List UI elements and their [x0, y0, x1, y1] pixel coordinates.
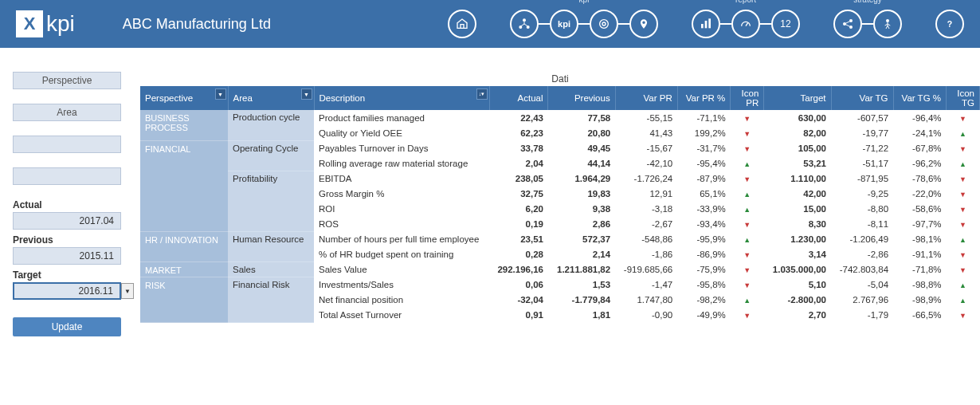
trend-down-icon: ▼: [959, 221, 966, 229]
pin-icon[interactable]: [629, 10, 658, 38]
period-value[interactable]: 2015.11: [13, 247, 121, 265]
th-description[interactable]: Description↓▾: [314, 86, 489, 110]
cell-icon-pr: ▼: [731, 171, 764, 186]
period-value[interactable]: 2017.04: [13, 212, 121, 230]
th-perspective[interactable]: Perspective▼: [140, 86, 228, 110]
chart-bar-icon[interactable]: [692, 10, 720, 38]
update-button[interactable]: Update: [13, 317, 121, 336]
cell-icon-tg: ▼: [947, 110, 980, 125]
cell-var-pr-pct: 199,2%: [677, 125, 731, 140]
cell-var-pr-pct: -95,8%: [677, 277, 731, 292]
cell-var-pr: -3,18: [615, 201, 677, 216]
cell-previous: 2,86: [548, 216, 615, 231]
kpi-icon[interactable]: kpi: [550, 10, 578, 38]
person-icon[interactable]: [873, 10, 902, 38]
cell-area: Operating Cycle: [228, 140, 314, 171]
cell-actual: 23,51: [489, 231, 548, 246]
th-icon-pr[interactable]: Icon PR: [731, 86, 764, 110]
svg-point-4: [602, 22, 606, 26]
cell-description: % of HR budget spent on training: [314, 246, 489, 261]
cell-var-tg-pct: -91,1%: [893, 246, 946, 261]
cell-var-pr: 41,43: [615, 125, 677, 140]
period-value[interactable]: 2016.11▼: [13, 282, 121, 300]
th-var-pr-pct[interactable]: Var PR %: [677, 86, 731, 110]
cell-actual: 33,78: [489, 140, 548, 155]
cell-description: Quality or Yield OEE: [314, 125, 489, 140]
filter-dropdown-icon[interactable]: ▼: [301, 88, 312, 100]
svg-text:?: ?: [947, 19, 952, 29]
cell-var-tg-pct: -98,8%: [893, 277, 946, 292]
th-var-tg[interactable]: Var TG: [831, 86, 893, 110]
cell-actual: 32,75: [489, 186, 548, 201]
cell-previous: -1.779,84: [548, 292, 615, 307]
cell-var-tg-pct: -98,9%: [893, 292, 946, 307]
cell-icon-tg: ▼: [947, 171, 980, 186]
hierarchy-icon[interactable]: [510, 10, 539, 38]
cell-icon-pr: ▼: [731, 140, 764, 155]
nav-group-kpi: kpi kpi: [510, 10, 658, 38]
th-previous[interactable]: Previous: [548, 86, 615, 110]
table-row: ProfitabilityEBITDA238,051.964,29-1.726,…: [140, 171, 980, 186]
gauge-icon[interactable]: [731, 10, 760, 38]
cell-var-tg: -5,04: [831, 277, 893, 292]
help-icon[interactable]: ?: [935, 10, 964, 38]
calendar-icon[interactable]: 12: [771, 10, 800, 38]
cell-previous: 77,58: [548, 110, 615, 125]
cell-var-tg: -51,17: [831, 155, 893, 171]
th-area[interactable]: Area▼: [228, 86, 314, 110]
cell-icon-pr: ▲: [731, 201, 764, 216]
cell-previous: 20,80: [548, 125, 615, 140]
filter-sidebar: PerspectiveArea Actual2017.04Previous201…: [0, 72, 135, 336]
trend-down-icon: ▼: [959, 191, 966, 199]
trend-down-icon: ▼: [743, 115, 751, 123]
cell-var-pr-pct: -86,9%: [677, 246, 731, 261]
cell-var-tg-pct: -96,2%: [893, 155, 946, 171]
cell-icon-pr: ▲: [731, 231, 764, 246]
cell-previous: 1.964,29: [548, 171, 615, 186]
sort-dropdown-icon[interactable]: ↓▾: [476, 88, 488, 100]
cell-var-pr-pct: -87,9%: [677, 171, 731, 186]
filter-dropdown-icon[interactable]: ▼: [215, 88, 226, 100]
cell-description: Total Asset Turnover: [314, 307, 489, 322]
cell-target: 1.230,00: [764, 231, 831, 246]
filter-box[interactable]: Area: [13, 104, 121, 121]
trend-down-icon: ▼: [743, 281, 751, 289]
filter-box[interactable]: [13, 167, 121, 185]
cell-area: Human Resource: [228, 231, 314, 261]
svg-point-9: [849, 19, 853, 22]
cell-area: Production cycle: [228, 110, 314, 140]
cell-icon-pr: ▼: [731, 216, 764, 231]
table-row: BUSINESS PROCESSProduction cycleProduct …: [140, 110, 980, 125]
share-icon[interactable]: [833, 10, 862, 38]
table-row: FINANCIALOperating CyclePayables Turnove…: [140, 140, 980, 155]
cell-target: 53,21: [764, 155, 831, 171]
app-logo: X kpi: [16, 10, 75, 37]
cell-var-tg-pct: -58,6%: [893, 201, 946, 216]
cell-target: 2,70: [764, 307, 831, 322]
cell-previous: 2,14: [548, 246, 615, 261]
logo-text: kpi: [46, 11, 75, 37]
th-icon-tg[interactable]: Icon TG: [947, 86, 980, 110]
cell-target: 1.110,00: [764, 171, 831, 186]
filter-box[interactable]: [13, 136, 121, 153]
nav-label-kpi: kpi: [579, 0, 590, 4]
th-actual[interactable]: Actual: [489, 86, 548, 110]
cell-var-tg: -742.803,84: [831, 261, 893, 277]
cell-icon-pr: ▲: [731, 155, 764, 171]
trend-down-icon: ▼: [743, 312, 751, 320]
th-target[interactable]: Target: [764, 86, 831, 110]
th-var-pr[interactable]: Var PR: [615, 86, 677, 110]
filter-box[interactable]: Perspective: [13, 72, 121, 89]
chevron-down-icon[interactable]: ▼: [121, 283, 134, 299]
home-icon[interactable]: [448, 10, 476, 38]
trend-down-icon: ▼: [959, 266, 966, 274]
cell-var-tg-pct: -96,4%: [893, 110, 946, 125]
th-var-tg-pct[interactable]: Var TG %: [893, 86, 946, 110]
trend-up-icon: ▲: [743, 297, 751, 305]
cell-var-tg-pct: -98,1%: [893, 231, 946, 246]
cell-previous: 19,83: [548, 186, 615, 201]
cell-var-tg: -9,25: [831, 186, 893, 201]
target-icon[interactable]: [590, 10, 618, 38]
table-row: MARKETSalesSales Value292.196,161.211.88…: [140, 261, 980, 277]
cell-target: 1.035.000,00: [764, 261, 831, 277]
